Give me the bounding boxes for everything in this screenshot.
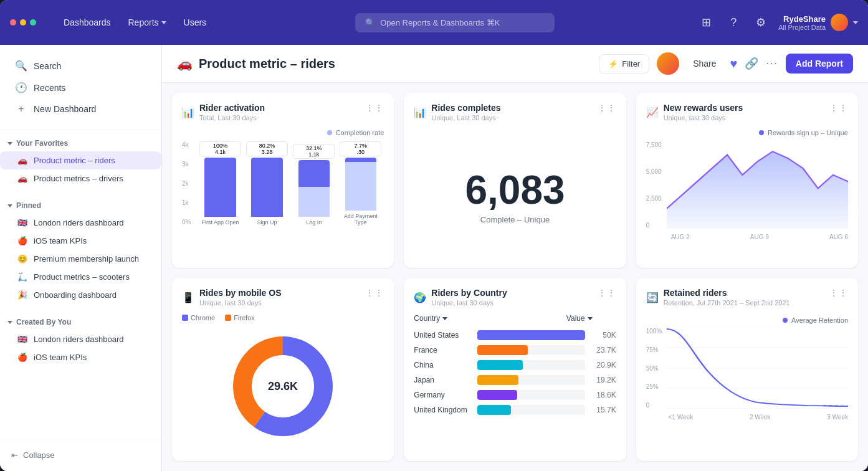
sidebar-item-recents[interactable]: 🕐 Recents bbox=[7, 77, 154, 98]
more-options-button[interactable]: ··· bbox=[766, 58, 778, 69]
card-subtitle: Unique, last 30 days bbox=[199, 299, 281, 307]
sidebar-item-ios-kpis[interactable]: 🍎 iOS team KPIs bbox=[0, 232, 161, 250]
nav-users[interactable]: Users bbox=[176, 14, 214, 31]
share-button[interactable]: Share bbox=[687, 55, 722, 72]
card-subtitle: Unique, last 30 days bbox=[431, 299, 507, 307]
search-icon: 🔍 bbox=[365, 18, 375, 27]
sidebar-item-new-dashboard[interactable]: + New Dashboard bbox=[7, 98, 154, 120]
card-icon: 📱 bbox=[182, 292, 194, 303]
item-emoji: 🚗 bbox=[17, 174, 27, 183]
collapse-label: Collapse bbox=[23, 450, 55, 460]
sidebar-item-product-metric-riders[interactable]: 🚗 Product metric – riders bbox=[0, 151, 161, 169]
nav-integrations-icon[interactable]: ⊞ bbox=[696, 12, 716, 32]
sidebar-pinned-header[interactable]: Pinned bbox=[0, 197, 161, 214]
card-icon: 📊 bbox=[182, 107, 194, 118]
favorite-button[interactable]: ♥ bbox=[730, 57, 738, 71]
card-more-button[interactable]: ⋮⋮ bbox=[598, 103, 616, 113]
card-riders-by-country: 🌍 Riders by Country Unique, last 30 days… bbox=[404, 278, 626, 461]
sidebar-favorites-header[interactable]: Your Favorites bbox=[0, 135, 161, 151]
country-bar-fill bbox=[477, 375, 518, 385]
nav-reports[interactable]: Reports bbox=[121, 14, 174, 31]
title-emoji: 🚗 bbox=[177, 56, 193, 71]
card-more-button[interactable]: ⋮⋮ bbox=[829, 103, 848, 113]
top-nav: Dashboards Reports Users 🔍 Open Reports … bbox=[0, 0, 868, 45]
bar-payment[interactable] bbox=[345, 158, 376, 162]
sidebar-item-search[interactable]: 🔍 Search bbox=[7, 55, 154, 77]
sidebar-item-created-ios[interactable]: 🍎 iOS team KPIs bbox=[0, 348, 161, 366]
x-label-aug9: AUG 9 bbox=[750, 234, 769, 240]
nav-settings-icon[interactable]: ⚙ bbox=[751, 12, 771, 32]
bar-tooltip-3: 32.1%1.1k bbox=[293, 144, 335, 159]
bar-payment-light[interactable] bbox=[345, 162, 376, 211]
card-more-button[interactable]: ⋮⋮ bbox=[598, 288, 616, 298]
card-rides-mobile-os: 📱 Rides by mobile OS Unique, last 30 day… bbox=[172, 278, 394, 461]
retention-legend-dot bbox=[783, 318, 788, 323]
country-col-header[interactable]: Country bbox=[414, 314, 447, 323]
card-icon: 🔄 bbox=[646, 292, 659, 303]
avatar[interactable] bbox=[831, 14, 848, 31]
country-bar-bg bbox=[477, 345, 584, 355]
legend-color-firefox bbox=[225, 315, 231, 321]
user-avatar-button[interactable] bbox=[657, 52, 679, 75]
sidebar-item-product-metrics-drivers[interactable]: 🚗 Product metrics – drivers bbox=[0, 169, 161, 188]
legend-label: Rewards sign up – Unique bbox=[768, 129, 848, 136]
nav-search-bar[interactable]: 🔍 Open Reports & Dashboards ⌘K bbox=[355, 13, 555, 32]
item-label: London riders dashboard bbox=[34, 335, 124, 344]
bar-log-in[interactable] bbox=[298, 160, 330, 187]
sidebar-item-created-london[interactable]: 🇬🇧 London riders dashboard bbox=[0, 330, 161, 348]
card-title-area: 📈 New rewards users Unique, last 30 days bbox=[646, 103, 743, 121]
bar-sign-up[interactable] bbox=[251, 158, 282, 217]
sidebar-item-onboarding[interactable]: 🎉 Onboarding dashboard bbox=[0, 286, 161, 304]
y-label-2k: 2k bbox=[182, 180, 191, 187]
legend-item-chrome: Chrome bbox=[182, 314, 215, 321]
copy-link-button[interactable]: 🔗 bbox=[745, 57, 758, 70]
country-row-japan: Japan 19.2K bbox=[414, 375, 616, 385]
card-title: New rewards users bbox=[664, 103, 743, 113]
user-menu-chevron-icon[interactable] bbox=[853, 21, 858, 24]
bar-log-in-light[interactable] bbox=[298, 187, 330, 217]
country-bar-fill bbox=[477, 390, 517, 400]
legend-label-firefox: Firefox bbox=[234, 314, 255, 321]
x-label-aug6: AUG 6 bbox=[829, 234, 848, 240]
card-subtitle: Unique, last 30 days bbox=[664, 114, 743, 121]
card-more-button[interactable]: ⋮⋮ bbox=[365, 103, 384, 113]
value-col-header[interactable]: Value bbox=[566, 314, 593, 323]
country-bar-bg bbox=[477, 390, 584, 400]
nav-dashboards[interactable]: Dashboards bbox=[56, 14, 118, 31]
bar-group-first-app: 100%4.1k First App Open bbox=[199, 141, 241, 226]
sidebar-item-premium-membership[interactable]: 😊 Premium membership launch bbox=[0, 250, 161, 268]
sidebar-collapse-button[interactable]: ⇤ Collapse bbox=[7, 447, 154, 464]
country-bar-bg bbox=[477, 375, 584, 385]
legend-item-firefox: Firefox bbox=[225, 314, 255, 321]
sidebar-item-product-metrics-scooters[interactable]: 🛴 Product metrics – scooters bbox=[0, 268, 161, 286]
sidebar-created-header[interactable]: Created By You bbox=[0, 314, 161, 330]
sidebar-item-london-riders[interactable]: 🇬🇧 London riders dashboard bbox=[0, 214, 161, 232]
bar-first-app[interactable] bbox=[204, 158, 236, 217]
legend-dot bbox=[327, 130, 332, 135]
created-chevron-icon bbox=[7, 321, 12, 324]
page-title: 🚗 Product metric – riders bbox=[177, 56, 335, 71]
card-title: Rider activation bbox=[199, 103, 265, 113]
y-label-25: 25% bbox=[646, 383, 662, 390]
nav-help-icon[interactable]: ? bbox=[723, 12, 743, 32]
country-bar-fill bbox=[477, 405, 510, 415]
donut-container: 29.6K bbox=[182, 321, 384, 451]
card-more-button[interactable]: ⋮⋮ bbox=[365, 288, 384, 298]
retention-svg bbox=[667, 328, 848, 409]
country-name: United States bbox=[414, 331, 470, 340]
country-table-header: Country Value bbox=[414, 314, 616, 323]
nav-user-info: RydeShare All Project Data bbox=[778, 14, 826, 31]
sidebar-new-dashboard-label: New Dashboard bbox=[34, 104, 96, 114]
filter-button[interactable]: ⚡ Filter bbox=[599, 54, 649, 74]
country-bar-fill bbox=[477, 330, 584, 340]
card-title: Rides by mobile OS bbox=[199, 288, 281, 298]
main-content: 🚗 Product metric – riders ⚡ Filter Share… bbox=[162, 45, 868, 471]
country-row-germany: Germany 18.6K bbox=[414, 390, 616, 400]
card-more-button[interactable]: ⋮⋮ bbox=[829, 288, 848, 298]
add-report-button[interactable]: Add Report bbox=[786, 54, 853, 74]
card-header: 📱 Rides by mobile OS Unique, last 30 day… bbox=[182, 288, 384, 307]
sidebar-created-section: Created By You 🇬🇧 London riders dashboar… bbox=[0, 309, 161, 371]
card-header: 🔄 Retained riders Retention, Jul 27th 20… bbox=[646, 288, 848, 307]
nav-right: ⊞ ? ⚙ RydeShare All Project Data bbox=[696, 12, 858, 32]
legend-color-chrome bbox=[182, 315, 188, 321]
